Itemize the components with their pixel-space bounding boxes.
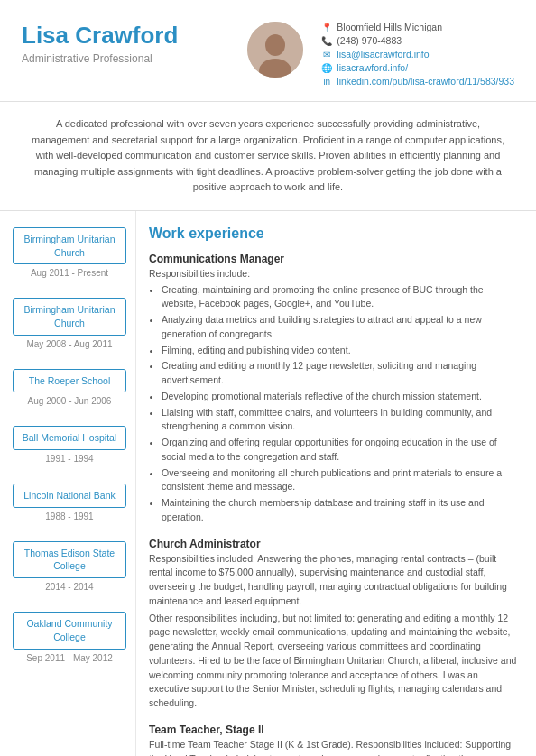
work-section-title: Work experience — [149, 226, 520, 244]
job-desc-1b: Other responsibilities including, but no… — [149, 612, 520, 711]
sidebar-entry-4: Lincoln National Bank 1988 - 1991 — [13, 484, 126, 521]
job-title-1: Church Administrator — [149, 538, 520, 550]
sidebar-entry-3: Ball Memorial Hospital 1991 - 1994 — [13, 426, 126, 464]
job-desc-0: Responsibilities include: Creating, main… — [149, 267, 520, 525]
contact-location: 📍 Bloomfield Hills Michigan — [321, 22, 514, 32]
sidebar-date-0: Aug 2011 - Present — [13, 268, 126, 278]
avatar — [247, 22, 303, 78]
sidebar-employer-0: Birmingham Unitarian Church — [13, 227, 126, 264]
resume-container: Lisa Crawford Administrative Professiona… — [0, 0, 536, 756]
sidebar: Birmingham Unitarian Church Aug 2011 - P… — [0, 211, 135, 756]
header-center — [247, 22, 303, 78]
sidebar-edu-date-1: Sep 2011 - May 2012 — [13, 653, 126, 663]
linkedin-icon: in — [321, 77, 332, 87]
summary-text: A dedicated professional with over seven… — [32, 118, 504, 192]
sidebar-date-3: 1991 - 1994 — [13, 454, 126, 464]
sidebar-edu-date-0: 2014 - 2014 — [13, 582, 126, 592]
phone-icon: 📞 — [321, 36, 332, 46]
sidebar-date-4: 1988 - 1991 — [13, 512, 126, 521]
sidebar-school-1: Oakland Community College — [13, 612, 126, 649]
globe-icon: 🌐 — [321, 63, 332, 73]
sidebar-employer-3: Ball Memorial Hospital — [13, 426, 126, 450]
sidebar-employer-2: The Roeper School — [13, 369, 126, 393]
job-entry-1: Church Administrator Responsibilities in… — [149, 538, 520, 711]
content-area: Work experience Communications Manager R… — [135, 211, 536, 756]
header-left: Lisa Crawford Administrative Professiona… — [22, 22, 229, 65]
sidebar-entry-1: Birmingham Unitarian Church May 2008 - A… — [13, 298, 126, 348]
sidebar-employer-1: Birmingham Unitarian Church — [13, 298, 126, 335]
contact-website[interactable]: 🌐 lisacrawford.info/ — [321, 62, 514, 73]
sidebar-entry-2: The Roeper School Aug 2000 - Jun 2006 — [13, 369, 126, 407]
main-content: Birmingham Unitarian Church Aug 2011 - P… — [0, 211, 536, 756]
sidebar-entry-0: Birmingham Unitarian Church Aug 2011 - P… — [13, 227, 126, 278]
svg-point-1 — [265, 34, 285, 56]
summary-section: A dedicated professional with over seven… — [0, 102, 536, 211]
sidebar-school-0: Thomas Edison State College — [13, 541, 126, 578]
contact-info: 📍 Bloomfield Hills Michigan 📞 (248) 970-… — [321, 22, 514, 87]
candidate-title: Administrative Professional — [22, 52, 229, 65]
sidebar-employer-4: Lincoln National Bank — [13, 484, 126, 508]
job-title-2: Team Teacher, Stage II — [149, 724, 520, 736]
candidate-name: Lisa Crawford — [22, 22, 229, 50]
sidebar-edu-entry-0: Thomas Edison State College 2014 - 2014 — [13, 541, 126, 592]
contact-phone: 📞 (248) 970-4883 — [321, 35, 514, 46]
sidebar-date-1: May 2008 - Aug 2011 — [13, 339, 126, 349]
job-title-0: Communications Manager — [149, 253, 520, 265]
job-entry-2: Team Teacher, Stage II Full-time Team Te… — [149, 724, 520, 756]
contact-email[interactable]: ✉ lisa@lisacrawford.info — [321, 49, 514, 60]
job-desc-1: Responsibilities included: Answering the… — [149, 552, 520, 609]
sidebar-edu-entry-1: Oakland Community College Sep 2011 - May… — [13, 612, 126, 662]
header: Lisa Crawford Administrative Professiona… — [0, 0, 536, 102]
location-icon: 📍 — [321, 23, 332, 32]
job-entry-0: Communications Manager Responsibilities … — [149, 253, 520, 525]
job-desc-2: Full-time Team Teacher Stage II (K & 1st… — [149, 738, 520, 756]
email-icon: ✉ — [321, 50, 332, 60]
contact-linkedin[interactable]: in linkedin.com/pub/lisa-crawford/11/583… — [321, 76, 514, 87]
sidebar-date-2: Aug 2000 - Jun 2006 — [13, 396, 126, 406]
